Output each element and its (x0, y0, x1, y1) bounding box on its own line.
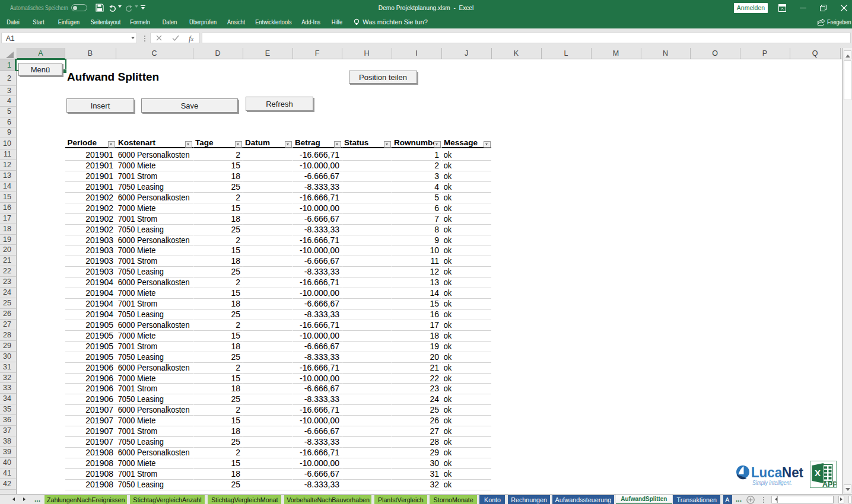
svg-text:X: X (815, 468, 821, 478)
svg-text:Simply intelligent.: Simply intelligent. (752, 479, 792, 486)
svg-text:LucaNet: LucaNet (751, 464, 803, 480)
svg-text:APP: APP (822, 480, 837, 488)
